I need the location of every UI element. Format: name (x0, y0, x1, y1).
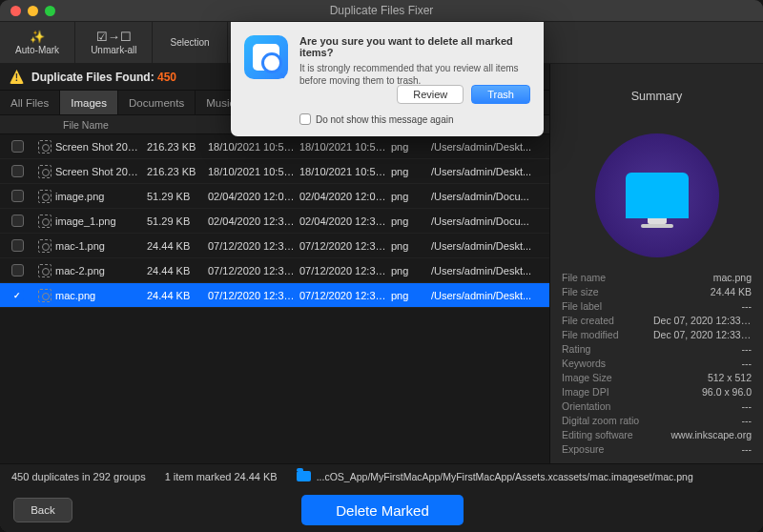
status-marked: 1 item marked 24.44 KB (165, 471, 278, 482)
image-file-icon (38, 140, 52, 153)
row-date-created: 07/12/2020 12:33:... (208, 265, 299, 276)
property-key: Digital zoom ratio (562, 415, 653, 426)
tab-all-files[interactable]: All Files (0, 91, 60, 114)
property-value: 96.0 x 96.0 (653, 386, 752, 398)
row-ext: png (391, 141, 431, 153)
unmarkall-button[interactable]: ☑→☐ Unmark-all (75, 22, 153, 63)
table-row[interactable]: image_1.png51.29 KB02/04/2020 12:34:...0… (0, 209, 549, 234)
unmark-icon: ☑→☐ (96, 31, 132, 43)
table-row[interactable]: ✓mac.png24.44 KB07/12/2020 12:33:...07/1… (0, 283, 549, 308)
image-file-icon (38, 190, 52, 203)
wand-icon: ✨ (30, 31, 45, 43)
status-path: ...cOS_App/MyFirstMacApp/MyFirstMacApp/A… (317, 471, 693, 482)
maximize-icon[interactable] (45, 6, 55, 16)
row-path: /Users/admin/Deskt... (431, 141, 549, 153)
table-row[interactable]: Screen Shot 2021-10-18 a...216.23 KB18/1… (0, 134, 549, 159)
app-icon (244, 35, 288, 79)
row-size: 216.23 KB (147, 141, 208, 153)
row-date-created: 02/04/2020 12:34:... (208, 215, 299, 227)
row-checkbox[interactable] (11, 165, 24, 177)
statusbar: 450 duplicates in 292 groups 1 item mark… (0, 463, 763, 488)
row-date-created: 18/10/2021 10:55:... (208, 141, 299, 153)
row-ext: png (391, 265, 431, 276)
property-value: --- (653, 300, 752, 312)
row-size: 24.44 KB (147, 240, 208, 252)
row-filename: image_1.png (55, 215, 147, 227)
property-row: File size24.44 KB (562, 284, 752, 298)
properties: File namemac.pngFile size24.44 KBFile la… (550, 262, 763, 463)
trash-button[interactable]: Trash (471, 85, 530, 104)
row-filename: Screen Shot 2021-10-18 a... (55, 141, 147, 153)
property-row: File label--- (562, 298, 752, 313)
row-size: 51.29 KB (147, 215, 208, 227)
property-key: File created (562, 315, 653, 326)
row-checkbox[interactable] (11, 239, 24, 252)
row-ext: png (391, 290, 431, 301)
preview-circle (595, 133, 719, 257)
property-row: File modifiedDec 07, 2020 12:33:5... (562, 327, 752, 341)
row-ext: png (391, 191, 431, 202)
selection-button[interactable]: Selection (153, 22, 227, 63)
row-checkbox[interactable] (11, 215, 24, 227)
image-file-icon (38, 264, 52, 277)
row-checkbox[interactable]: ✓ (11, 289, 24, 301)
property-key: Editing software (562, 429, 653, 440)
window-title: Duplicate Files Fixer (330, 4, 434, 17)
row-path: /Users/admin/Docu... (431, 191, 549, 202)
close-icon[interactable] (10, 6, 21, 16)
row-checkbox[interactable] (11, 140, 24, 153)
dont-show-checkbox[interactable]: Do not show this message again (299, 113, 530, 125)
preview (550, 129, 763, 262)
review-button[interactable]: Review (397, 85, 464, 104)
row-path: /Users/admin/Deskt... (431, 166, 549, 177)
row-checkbox[interactable] (11, 264, 24, 276)
property-key: File modified (562, 329, 653, 340)
row-size: 24.44 KB (147, 265, 208, 276)
table-row[interactable]: mac-1.png24.44 KB07/12/2020 12:34:...07/… (0, 234, 549, 258)
image-file-icon (38, 289, 52, 302)
property-value: --- (653, 443, 752, 455)
property-value: Dec 07, 2020 12:33:5... (653, 315, 752, 326)
property-row: Editing softwarewww.inkscape.org (562, 427, 752, 441)
tab-images[interactable]: Images (60, 91, 118, 114)
row-date-modified: 02/04/2020 12:06:... (299, 191, 391, 202)
app-window: Duplicate Files Fixer ✨ Auto-Mark ☑→☐ Un… (0, 0, 763, 532)
folder-icon (297, 471, 311, 481)
property-key: Orientation (562, 400, 653, 412)
titlebar: Duplicate Files Fixer (0, 0, 763, 22)
table-body[interactable]: Screen Shot 2021-10-18 a...216.23 KB18/1… (0, 134, 549, 463)
minimize-icon[interactable] (28, 6, 38, 16)
row-ext: png (391, 240, 431, 252)
row-path: /Users/admin/Deskt... (431, 265, 549, 276)
row-checkbox[interactable] (11, 190, 24, 202)
row-date-created: 07/12/2020 12:33:... (208, 290, 299, 301)
image-file-icon (38, 239, 52, 253)
property-row: File namemac.png (562, 270, 752, 284)
dialog-heading: Are you sure you want to delete all mark… (299, 35, 530, 58)
selection-label: Selection (170, 37, 209, 48)
row-date-modified: 07/12/2020 12:33:... (299, 290, 391, 301)
table-row[interactable]: image.png51.29 KB02/04/2020 12:06:...02/… (0, 184, 549, 209)
row-date-modified: 18/10/2021 10:55:... (299, 166, 391, 177)
property-row: File createdDec 07, 2020 12:33:5... (562, 313, 752, 327)
unmarkall-label: Unmark-all (91, 45, 136, 55)
property-row: Image Size512 x 512 (562, 370, 752, 384)
row-size: 51.29 KB (147, 191, 208, 202)
automark-button[interactable]: ✨ Auto-Mark (0, 22, 75, 63)
property-value: Dec 07, 2020 12:33:5... (653, 329, 752, 340)
found-label: Duplicate Files Found: (31, 71, 155, 84)
back-button[interactable]: Back (13, 498, 72, 522)
row-size: 24.44 KB (147, 290, 208, 301)
automark-label: Auto-Mark (15, 45, 59, 55)
row-date-created: 18/10/2021 10:55:... (208, 166, 299, 177)
tab-documents[interactable]: Documents (118, 91, 196, 114)
found-count: 450 (157, 71, 176, 84)
row-path: /Users/admin/Docu... (431, 215, 549, 227)
table-row[interactable]: Screen Shot 2021-10-18 a...216.23 KB18/1… (0, 159, 549, 184)
property-value: --- (653, 343, 752, 355)
delete-marked-button[interactable]: Delete Marked (301, 495, 464, 525)
property-value: 24.44 KB (653, 286, 752, 297)
table-row[interactable]: mac-2.png24.44 KB07/12/2020 12:33:...07/… (0, 258, 549, 283)
checkbox-icon (299, 113, 311, 125)
row-date-modified: 02/04/2020 12:34:... (299, 215, 391, 227)
